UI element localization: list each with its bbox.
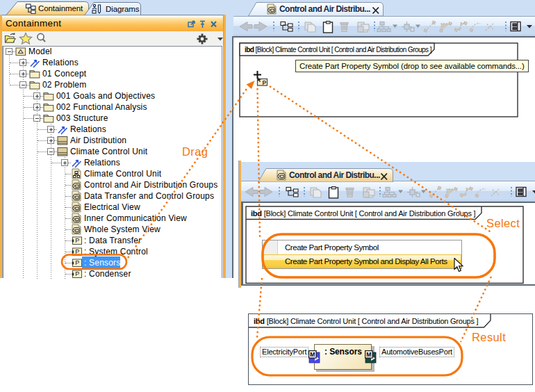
svg-text:P: P bbox=[263, 79, 267, 86]
svg-text:M: M bbox=[366, 351, 371, 358]
svg-text:P: P bbox=[75, 248, 79, 255]
svg-text:P: P bbox=[75, 270, 79, 277]
svg-text:P: P bbox=[75, 259, 79, 266]
svg-text:P: P bbox=[75, 237, 79, 244]
